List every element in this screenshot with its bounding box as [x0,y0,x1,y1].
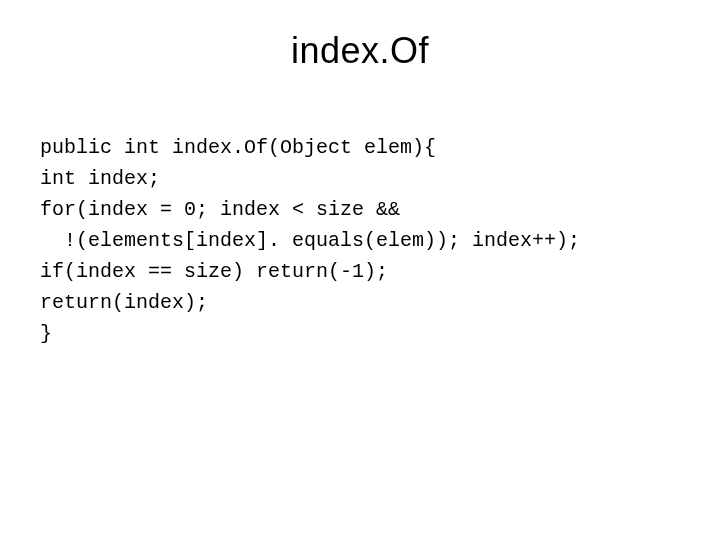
slide: index.Of public int index.Of(Object elem… [0,0,720,540]
code-line: !(elements[index]. equals(elem)); index+… [40,229,580,252]
code-block: public int index.Of(Object elem){ int in… [40,132,680,349]
code-line: return(index); [40,291,208,314]
code-line: if(index == size) return(-1); [40,260,388,283]
code-line: } [40,322,52,345]
code-line: int index; [40,167,160,190]
slide-title: index.Of [40,30,680,72]
code-line: for(index = 0; index < size && [40,198,400,221]
code-line: public int index.Of(Object elem){ [40,136,436,159]
